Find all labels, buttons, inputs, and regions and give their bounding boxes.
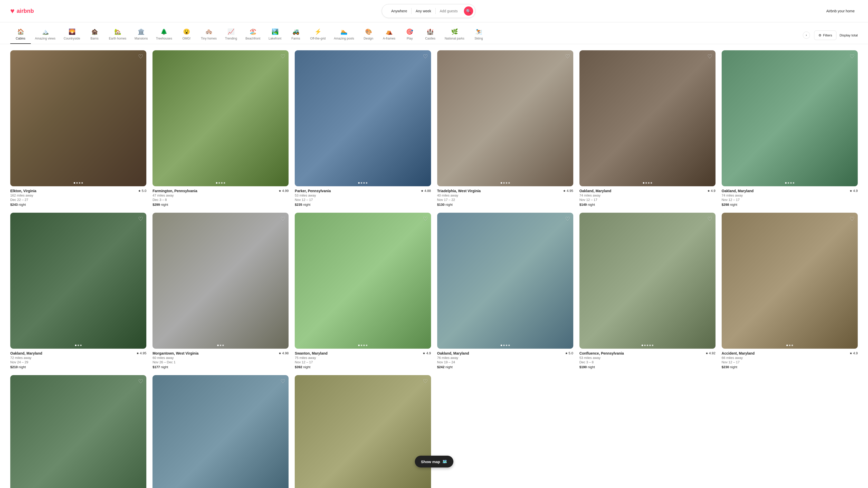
listing-card[interactable]: ♡ Morgantown, West Virginia ★ 4.98 60 mi… [153, 213, 288, 369]
img-dot [361, 182, 362, 184]
wishlist-button[interactable]: ♡ [707, 216, 712, 223]
listing-dates: Nov 17 – 22 [437, 198, 573, 202]
wishlist-button[interactable]: ♡ [707, 53, 712, 60]
category-item-amazing-pools[interactable]: 🏊 Amazing pools [330, 26, 359, 44]
image-dots [358, 182, 367, 184]
filters-button[interactable]: ⚙Filters [814, 31, 836, 40]
rating-value: 5.0 [569, 351, 573, 355]
listing-rating: ★ 4.95 [136, 351, 146, 355]
wishlist-button[interactable]: ♡ [280, 53, 285, 60]
category-icon-lakefront: 🏞️ [272, 29, 279, 35]
listing-card[interactable]: ♡ Elkton, Virginia ★ 5.0 162 miles away … [10, 50, 146, 206]
listing-card[interactable]: ♡ Location ★ 4.9 — miles away Nov 12 – 1… [10, 375, 146, 488]
img-dot [652, 345, 653, 346]
img-dot [221, 182, 223, 184]
listing-dates: Dec 22 – 27 [10, 198, 146, 202]
airbnb-your-home-link[interactable]: Airbnb your home [823, 7, 858, 15]
category-item-national-parks[interactable]: 🌿 National parks [440, 26, 468, 44]
category-item-amazing-views[interactable]: 🏔️ Amazing views [31, 26, 60, 44]
listing-distance: 53 miles away [580, 356, 715, 360]
wishlist-button[interactable]: ♡ [138, 216, 143, 223]
category-item-earth-homes[interactable]: 🏡 Earth homes [105, 26, 130, 44]
img-dot [80, 345, 82, 346]
listing-card[interactable]: ♡ Accident, Maryland ★ 4.9 66 miles away… [722, 213, 858, 369]
search-location[interactable]: Anywhere [387, 8, 411, 14]
category-item-cabins[interactable]: 🏠 Cabins [10, 26, 31, 44]
img-dot [366, 345, 367, 346]
category-item-barns[interactable]: 🏚️ Barns [84, 26, 105, 44]
listing-header: Oakland, Maryland ★ 4.9 [722, 189, 858, 193]
listing-card[interactable]: ♡ Oakland, Maryland ★ 4.95 72 miles away… [10, 213, 146, 369]
category-item-countryside[interactable]: 🌄 Countryside [60, 26, 84, 44]
display-total-label: Display total [839, 33, 858, 37]
listing-card[interactable]: ♡ Oakland, Maryland ★ 4.9 74 miles away … [722, 50, 858, 206]
listing-header: Farmington, Pennsylvania ★ 4.99 [153, 189, 288, 193]
listing-distance: 60 miles away [153, 356, 288, 360]
search-guests[interactable]: Add guests [436, 8, 462, 14]
listing-card[interactable]: ♡ Parker, Pennsylvania ★ 4.88 53 miles a… [295, 50, 431, 206]
listing-card[interactable]: ♡ Oakland, Maryland ★ 5.0 76 miles away … [437, 213, 573, 369]
listing-distance: 74 miles away [580, 193, 715, 197]
listing-header: Morgantown, West Virginia ★ 4.98 [153, 351, 288, 355]
listing-card[interactable]: ♡ Confluence, Pennsylvania ★ 4.92 53 mil… [580, 213, 715, 369]
category-icon-national-parks: 🌿 [451, 29, 458, 35]
wishlist-button[interactable]: ♡ [423, 216, 428, 223]
logo[interactable]: ♥ airbnb [10, 7, 34, 15]
listing-card[interactable]: ♡ Oakland, Maryland ★ 4.9 74 miles away … [580, 50, 715, 206]
category-icon-design: 🎨 [365, 29, 372, 35]
listing-rating: ★ 4.9 [707, 189, 715, 193]
wishlist-button[interactable]: ♡ [565, 216, 570, 223]
category-icon-amazing-pools: 🏊 [340, 29, 347, 35]
listing-location: Accident, Maryland [722, 351, 754, 355]
wishlist-button[interactable]: ♡ [423, 378, 428, 385]
category-icon-play: 🎯 [406, 29, 413, 35]
category-item-play[interactable]: 🎯 Play [400, 26, 420, 44]
img-dot [649, 345, 651, 346]
listing-distance: 72 miles away [10, 356, 146, 360]
show-map-button[interactable]: Show map 🗺️ [414, 456, 453, 467]
wishlist-button[interactable]: ♡ [423, 53, 428, 60]
search-button[interactable]: 🔍 [464, 6, 473, 15]
category-item-off-the-grid[interactable]: ⚡ Off-the-grid [306, 26, 330, 44]
wishlist-button[interactable]: ♡ [138, 53, 143, 60]
category-item-castles[interactable]: 🏰 Castles [420, 26, 440, 44]
listing-image: ♡ [722, 213, 858, 349]
category-icon-tiny-homes: 🏘️ [206, 29, 212, 35]
category-item-trending[interactable]: 📈 Trending [221, 26, 241, 44]
category-item-a-frames[interactable]: ⛺ A-frames [379, 26, 400, 44]
display-total-button[interactable]: Display total [839, 33, 858, 37]
category-item-treehouses[interactable]: 🌲 Treehouses [152, 26, 176, 44]
wishlist-button[interactable]: ♡ [280, 378, 285, 385]
listing-info: Oakland, Maryland ★ 4.95 72 miles away N… [10, 351, 146, 369]
wishlist-button[interactable]: ♡ [849, 216, 855, 223]
img-dot [503, 182, 505, 184]
listing-card[interactable]: ♡ Farmington, Pennsylvania ★ 4.99 47 mil… [153, 50, 288, 206]
wishlist-button[interactable]: ♡ [138, 378, 143, 385]
category-icon-mansions: 🏛️ [137, 29, 145, 35]
rating-value: 4.95 [140, 351, 146, 355]
nav-next-arrow[interactable]: › [803, 32, 810, 39]
listing-header: Oakland, Maryland ★ 4.9 [580, 189, 715, 193]
img-dot [644, 345, 646, 346]
category-label-beachfront: Beachfront [245, 37, 260, 40]
listing-card[interactable]: ♡ Triadelphia, West Virginia ★ 4.95 40 m… [437, 50, 573, 206]
category-item-omg[interactable]: 😮 OMG! [176, 26, 197, 44]
listing-card[interactable]: ♡ Location ★ 4.9 — miles away Nov 12 – 1… [153, 375, 288, 488]
rating-value: 4.9 [853, 189, 858, 193]
listing-card[interactable]: ♡ Swanton, Maryland ★ 4.9 75 miles away … [295, 213, 431, 369]
wishlist-button[interactable]: ♡ [849, 53, 855, 60]
category-item-lakefront[interactable]: 🏞️ Lakefront [265, 26, 285, 44]
listing-card[interactable]: ♡ Location ★ 4.9 — miles away Nov 12 – 1… [295, 375, 431, 488]
wishlist-button[interactable]: ♡ [565, 53, 570, 60]
category-item-tiny-homes[interactable]: 🏘️ Tiny homes [197, 26, 221, 44]
category-item-skiing[interactable]: ⛷️ Skiing [468, 26, 489, 44]
star-icon: ★ [565, 352, 568, 355]
rating-value: 4.88 [424, 189, 431, 193]
category-item-mansions[interactable]: 🏛️ Mansions [130, 26, 152, 44]
search-bar[interactable]: Anywhere Any week Add guests 🔍 [382, 4, 475, 18]
category-item-beachfront[interactable]: 🏖️ Beachfront [241, 26, 265, 44]
category-item-design[interactable]: 🎨 Design [358, 26, 379, 44]
category-item-farms[interactable]: 🚜 Farms [285, 26, 306, 44]
search-dates[interactable]: Any week [411, 8, 436, 14]
wishlist-button[interactable]: ♡ [280, 216, 285, 223]
